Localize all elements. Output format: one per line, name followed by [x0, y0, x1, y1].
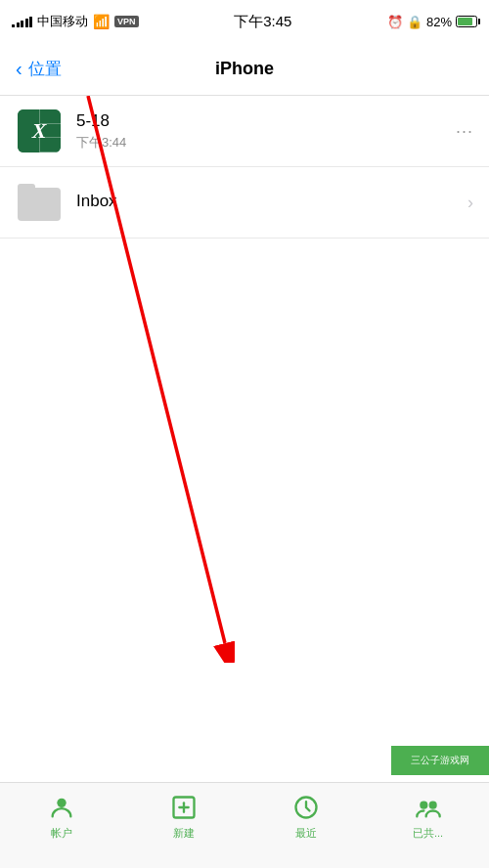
- vpn-badge: VPN: [114, 16, 139, 27]
- wifi-icon: 📶: [93, 14, 110, 29]
- page-title: iPhone: [215, 59, 274, 79]
- battery-icon: [456, 16, 477, 27]
- battery-fill: [458, 18, 472, 25]
- file-list: X 5-18 下午3:44 ··· Inbox: [0, 96, 489, 239]
- watermark: 三公子游戏网: [391, 746, 489, 775]
- file-name-inbox: Inbox: [76, 192, 467, 211]
- account-icon: [47, 793, 76, 822]
- file-info-excel: 5-18 下午3:44: [76, 111, 456, 152]
- status-left: 中国移动 📶 VPN: [12, 13, 139, 30]
- carrier-label: 中国移动: [37, 13, 88, 30]
- file-info-inbox: Inbox: [76, 192, 467, 214]
- file-item-excel[interactable]: X 5-18 下午3:44 ···: [0, 96, 489, 167]
- new-icon: [169, 793, 199, 822]
- tab-recent[interactable]: 最近: [277, 793, 335, 841]
- tab-shared[interactable]: 已共...: [399, 793, 458, 841]
- alarm-icon: ⏰: [387, 15, 403, 29]
- status-time: 下午3:45: [234, 13, 291, 31]
- chevron-right-icon: ›: [467, 193, 473, 213]
- tab-new-label: 新建: [173, 826, 195, 841]
- shared-icon: [414, 793, 443, 822]
- lock-icon: 🔒: [407, 15, 422, 29]
- file-name-excel: 5-18: [76, 111, 456, 131]
- tab-account-label: 帐户: [51, 826, 72, 841]
- tab-account[interactable]: 帐户: [32, 793, 91, 841]
- back-label: 位置: [28, 58, 62, 80]
- tab-shared-label: 已共...: [413, 826, 443, 841]
- tab-recent-label: 最近: [295, 826, 317, 841]
- svg-point-2: [57, 799, 66, 807]
- svg-point-7: [420, 802, 427, 809]
- status-bar: 中国移动 📶 VPN 下午3:45 ⏰ 🔒 82%: [0, 0, 489, 43]
- tab-new[interactable]: 新建: [155, 793, 213, 841]
- file-date-excel: 下午3:44: [76, 134, 456, 152]
- navigation-bar: ‹ 位置 iPhone: [0, 43, 489, 96]
- battery-percent: 82%: [426, 15, 452, 29]
- signal-icon: [12, 16, 32, 27]
- excel-file-icon: X: [16, 108, 63, 154]
- back-chevron-icon: ‹: [16, 58, 22, 80]
- recent-icon: [291, 793, 321, 822]
- folder-icon: [16, 179, 63, 226]
- tab-bar: 帐户 新建 最近 已共...: [0, 782, 489, 868]
- status-right: ⏰ 🔒 82%: [387, 15, 477, 29]
- svg-point-8: [428, 802, 436, 809]
- file-item-inbox[interactable]: Inbox ›: [0, 167, 489, 239]
- watermark-text: 三公子游戏网: [411, 754, 469, 767]
- back-button[interactable]: ‹ 位置: [16, 58, 62, 80]
- more-options-button[interactable]: ···: [456, 121, 473, 142]
